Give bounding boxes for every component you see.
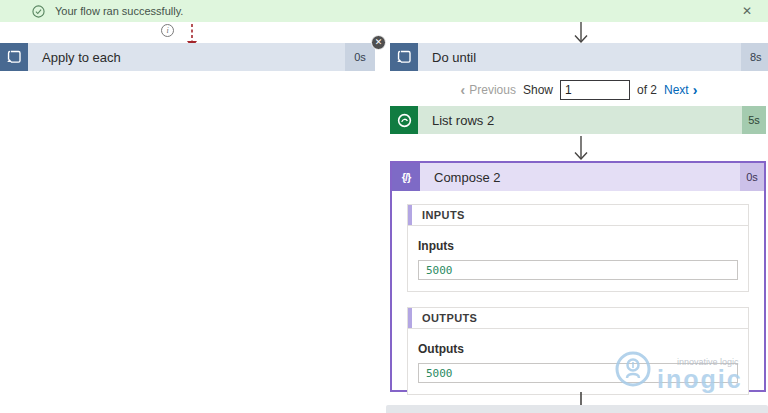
banner-message: Your flow ran successfully. xyxy=(55,5,183,17)
next-page-button[interactable]: Next › xyxy=(664,83,697,97)
inputs-section-title: INPUTS xyxy=(412,209,465,221)
remove-badge-icon[interactable]: ✕ xyxy=(371,35,386,50)
connector-arrow-icon xyxy=(574,22,588,43)
inputs-section: INPUTS Inputs 5000 xyxy=(407,204,749,292)
page-number-input[interactable] xyxy=(560,80,630,100)
compose-title: Compose 2 xyxy=(420,163,740,191)
previous-label: Previous xyxy=(469,83,516,97)
list-rows-title: List rows 2 xyxy=(418,106,742,134)
flow-run-canvas: Your flow ran successfully. ✕ i Apply to… xyxy=(0,0,768,413)
list-rows-duration: 5s xyxy=(742,106,766,134)
connector-arrow-icon xyxy=(574,136,588,160)
success-banner: Your flow ran successfully. ✕ xyxy=(0,0,768,22)
next-label: Next xyxy=(664,83,689,97)
banner-close-icon[interactable]: ✕ xyxy=(742,3,752,19)
chevron-left-icon: ‹ xyxy=(461,83,466,97)
inputs-value: 5000 xyxy=(418,260,738,280)
action-apply-to-each[interactable]: Apply to each 0s xyxy=(0,43,375,71)
action-do-until[interactable]: Do until 8s xyxy=(390,43,768,71)
do-until-title: Do until xyxy=(418,43,741,71)
next-action-partial[interactable] xyxy=(386,405,768,413)
inputs-section-header: INPUTS xyxy=(408,205,748,226)
watermark-logo-icon xyxy=(613,349,653,389)
apply-to-each-duration: 0s xyxy=(345,43,375,71)
do-until-loop-icon xyxy=(390,43,418,71)
info-icon[interactable]: i xyxy=(161,24,174,37)
dataverse-icon xyxy=(390,106,418,134)
watermark: innovative logic inogic xyxy=(613,349,768,399)
do-until-pagination: ‹ Previous Show of 2 Next › xyxy=(390,78,768,102)
compose-icon: {/} xyxy=(392,163,420,191)
previous-page-button[interactable]: ‹ Previous xyxy=(461,83,516,97)
outputs-section-title: OUTPUTS xyxy=(412,312,477,324)
outputs-section-header: OUTPUTS xyxy=(408,308,748,329)
do-until-duration: 8s xyxy=(741,43,768,71)
apply-to-each-loop-icon xyxy=(0,43,28,71)
check-circle-icon xyxy=(32,5,45,18)
compose-duration: 0s xyxy=(740,163,764,191)
watermark-brand: inogic xyxy=(657,367,743,392)
show-label: Show xyxy=(523,83,553,97)
compose-header[interactable]: {/} Compose 2 0s xyxy=(392,163,764,191)
inputs-field-label: Inputs xyxy=(418,239,738,253)
apply-to-each-title: Apply to each xyxy=(28,43,345,71)
chevron-right-icon: › xyxy=(693,83,698,97)
page-count-label: of 2 xyxy=(637,83,657,97)
action-list-rows[interactable]: List rows 2 5s xyxy=(390,106,766,134)
